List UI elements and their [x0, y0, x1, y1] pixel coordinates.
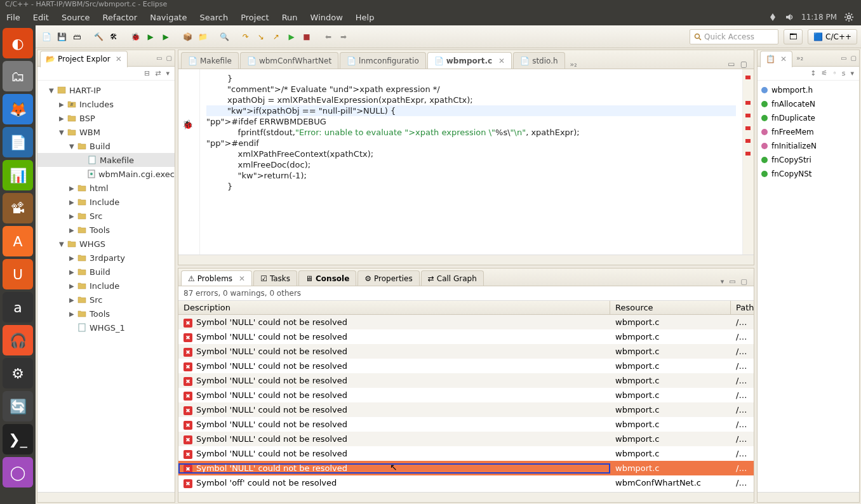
tree-item-src[interactable]: ▶Src [37, 293, 175, 307]
hide-static-icon[interactable]: s [842, 69, 846, 77]
writer-icon[interactable]: 📄 [3, 127, 33, 157]
problem-row[interactable]: ✖Symbol 'NULL' could not be resolvedwbmp… [178, 461, 754, 475]
back-icon[interactable]: ⬅ [321, 30, 335, 44]
maximize-icon[interactable]: ▢ [851, 55, 857, 62]
search-icon[interactable]: 🔍 [217, 30, 231, 44]
outline-list[interactable]: wbmport.hfnAllocateNfnDuplicatefnFreeMem… [758, 81, 859, 492]
collapse-all-icon[interactable]: ⊟ [144, 69, 150, 77]
updater-icon[interactable]: 🔄 [3, 391, 33, 421]
menu-navigate[interactable]: Navigate [144, 13, 193, 22]
settings-icon[interactable]: ⚙ [3, 358, 33, 388]
view-menu-icon[interactable]: ▾ [850, 69, 854, 77]
editor-tab-wbmport-c[interactable]: 📄wbmport.c✕ [427, 52, 512, 69]
sort-icon[interactable]: ↕ [810, 69, 816, 77]
terminal-icon[interactable]: ❯_ [3, 424, 33, 454]
quick-access-field[interactable]: Quick Access [690, 29, 778, 44]
step-return-icon[interactable]: ↗ [269, 30, 283, 44]
music-icon[interactable]: 🎧 [3, 325, 33, 355]
tree-item-html[interactable]: ▶html [37, 181, 175, 195]
hide-fields-icon[interactable]: ◦ [832, 69, 837, 77]
problem-row[interactable]: ✖Symbol 'NULL' could not be resolvedwbmp… [178, 417, 754, 432]
outline-item-fninitializen[interactable]: fnInitializeN [758, 139, 859, 153]
dash-icon[interactable]: ◐ [3, 28, 33, 58]
problem-row[interactable]: ✖Symbol 'NULL' could not be resolvedwbmp… [178, 388, 754, 402]
debug-icon[interactable]: 🐞 [128, 30, 142, 44]
outline-item-fnallocaten[interactable]: fnAllocateN [758, 97, 859, 111]
menu-edit[interactable]: Edit [27, 13, 55, 22]
maximize-icon[interactable]: ▢ [740, 60, 747, 69]
minimize-icon[interactable]: ▭ [156, 55, 162, 62]
tree-item-3rdparty[interactable]: ▶3rdparty [37, 251, 175, 265]
tree-item-makefile[interactable]: Makefile [37, 153, 175, 167]
outline-item-fnfreemem[interactable]: fnFreeMem [758, 125, 859, 139]
outline-item-fnduplicate[interactable]: fnDuplicate [758, 111, 859, 125]
project-explorer-tab[interactable]: 📂Project Explor ✕ [40, 51, 128, 67]
problem-row[interactable]: ✖Symbol 'NULL' could not be resolvedwbmp… [178, 315, 754, 329]
step-over-icon[interactable]: ↷ [239, 30, 253, 44]
tree-item-includes[interactable]: ▶#Includes [37, 97, 175, 111]
newfolder-icon[interactable]: 📁 [196, 30, 210, 44]
tree-item-hart-ip[interactable]: ▼HART-IP [37, 83, 175, 97]
problems-tab-call-graph[interactable]: ⇄Call Graph [421, 270, 484, 286]
problem-row[interactable]: ✖Symbol 'off' could not be resolvedwbmCo… [178, 475, 754, 490]
filter-icon[interactable]: ⚟ [821, 69, 827, 77]
forward-icon[interactable]: ➡ [337, 30, 350, 44]
code-area[interactable]: } "comment">/* Evaluate "und">xpath expr… [200, 69, 742, 255]
calc-icon[interactable]: 📊 [3, 160, 33, 190]
close-icon[interactable]: ✕ [116, 55, 122, 63]
problem-row[interactable]: ✖Symbol 'NULL' could not be resolvedwbmp… [178, 402, 754, 417]
save-icon[interactable]: 💾 [55, 30, 69, 44]
software-center-icon[interactable]: A [3, 226, 33, 256]
maximize-icon[interactable]: ▢ [166, 55, 172, 62]
menu-file[interactable]: File [0, 13, 27, 22]
problems-tab-tasks[interactable]: ☑Tasks [253, 270, 297, 286]
problem-row[interactable]: ✖Symbol 'NULL' could not be resolvedwbmp… [178, 329, 754, 344]
outline-item-wbmport.h[interactable]: wbmport.h [758, 83, 859, 97]
editor-gutter[interactable]: 🐞 [178, 69, 200, 255]
menu-project[interactable]: Project [234, 13, 275, 22]
error-marker-icon[interactable]: 🐞 [182, 119, 193, 129]
tree-item-wbmmain-cgi-exec[interactable]: wbmMain.cgi.exec [37, 167, 175, 181]
resume-icon[interactable]: ▶ [284, 30, 298, 44]
buildcfg-icon[interactable]: 🛠 [107, 30, 121, 44]
problems-table[interactable]: Description Resource Path ✖Symbol 'NULL'… [178, 300, 754, 492]
tree-item-tools[interactable]: ▶Tools [37, 307, 175, 321]
problem-row[interactable]: ✖Symbol 'NULL' could not be resolvedwbmp… [178, 446, 754, 461]
view-menu-icon[interactable]: ▾ [721, 277, 724, 286]
amazon-icon[interactable]: a [3, 292, 33, 322]
problems-tab-console[interactable]: 🖥Console [298, 270, 356, 286]
tree-item-include[interactable]: ▶Include [37, 195, 175, 209]
proj-hscroll[interactable] [37, 492, 175, 502]
firefox-icon[interactable]: 🦊 [3, 94, 33, 124]
editor-tab-lnmconfiguratio[interactable]: 📄lnmconfiguratio [340, 52, 426, 69]
outline-hscroll[interactable] [758, 492, 859, 502]
terminate-icon[interactable]: ■ [300, 30, 314, 44]
menu-window[interactable]: Window [304, 13, 349, 22]
outline-overflow[interactable]: »₂ [796, 54, 803, 62]
profile-icon[interactable]: ▶ [159, 30, 173, 44]
menu-run[interactable]: Run [276, 13, 304, 22]
editor-tab-makefile[interactable]: 📄Makefile [181, 52, 239, 69]
close-icon[interactable]: ✕ [780, 55, 787, 63]
impress-icon[interactable]: 📽 [3, 193, 33, 223]
ubuntu-one-icon[interactable]: U [3, 259, 33, 289]
minimize-icon[interactable]: ▭ [841, 55, 846, 62]
problems-tab-problems[interactable]: ⚠Problems✕ [181, 270, 252, 286]
eclipse-icon[interactable]: ◯ [3, 457, 33, 487]
tree-item-build[interactable]: ▼Build [37, 139, 175, 153]
perspective-cpp-button[interactable]: 🟦C/C++ [808, 29, 857, 44]
newclass-icon[interactable]: 📦 [180, 30, 194, 44]
tree-item-whgs_1[interactable]: WHGS_1 [37, 321, 175, 335]
menu-help[interactable]: Help [349, 13, 381, 22]
tree-item-wbm[interactable]: ▼WBM [37, 125, 175, 139]
maximize-icon[interactable]: ▢ [741, 277, 747, 286]
outline-item-fncopystri[interactable]: fnCopyStri [758, 153, 859, 167]
editor-tab-wbmconfwhartnet[interactable]: 📄wbmConfWhartNet [240, 52, 338, 69]
tree-item-tools[interactable]: ▶Tools [37, 223, 175, 237]
tree-item-build[interactable]: ▶Build [37, 265, 175, 279]
menu-search[interactable]: Search [193, 13, 234, 22]
problem-row[interactable]: ✖Symbol 'NULL' could not be resolvedwbmp… [178, 432, 754, 446]
editor-overflow[interactable]: »₂ [570, 60, 577, 69]
tree-item-whgs[interactable]: ▼WHGS [37, 237, 175, 251]
problems-tab-properties[interactable]: ⚙Properties [357, 270, 419, 286]
